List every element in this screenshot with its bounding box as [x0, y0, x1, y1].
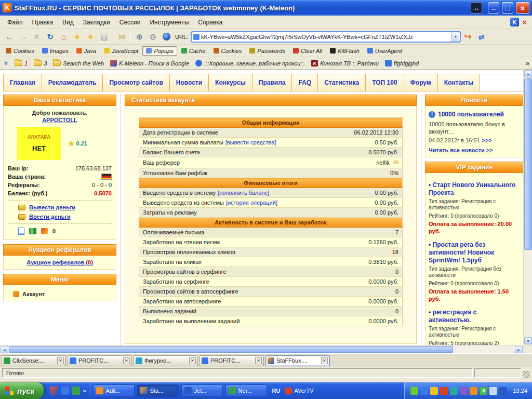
bookmarks-overflow-icon[interactable] — [526, 59, 529, 67]
bookmark-link[interactable]: .::Хорошие, свежие, рабочие прокси::. — [193, 59, 308, 68]
tray-icon[interactable] — [499, 387, 507, 395]
mail-referrer-icon[interactable] — [393, 159, 398, 166]
tab-staffbux[interactable]: StaFFbux.... — [265, 355, 330, 366]
username-link[interactable]: APPOCTOLL — [7, 117, 113, 123]
bookmark-link[interactable]: ffghfgjghd — [382, 59, 421, 68]
quick-launch-app-icon[interactable] — [72, 387, 80, 395]
maximize-button[interactable] — [502, 2, 513, 14]
close-icon[interactable] — [57, 357, 64, 364]
url-dropdown-icon[interactable] — [451, 32, 459, 42]
horizontal-scroll-thumb[interactable] — [9, 346, 453, 353]
tab-profitc-2[interactable]: PROFITC... — [200, 355, 264, 366]
close-icon[interactable] — [321, 357, 328, 364]
bookmark-folder[interactable]: Search the Web — [50, 59, 107, 68]
withdraw-funds-link[interactable]: [вывести средства] — [225, 139, 276, 145]
nav-statistics[interactable]: Статистика — [318, 74, 366, 91]
scroll-right-icon[interactable] — [515, 346, 523, 353]
language-indicator[interactable]: RU — [270, 388, 283, 394]
tray-icon[interactable] — [440, 387, 448, 395]
vip-task-link[interactable]: Простая рега без активности! Новичок Spr… — [429, 241, 494, 264]
translate-icon[interactable] — [475, 31, 488, 43]
taskbar-button-jet[interactable]: Jet... — [181, 384, 223, 397]
nav-rules[interactable]: Правила — [252, 74, 292, 91]
toggle-cache[interactable]: Cache — [178, 46, 209, 56]
close-tab-icon[interactable] — [520, 18, 529, 26]
menu-bookmarks[interactable]: Закладки — [79, 17, 114, 28]
quick-launch-overflow-icon[interactable] — [83, 388, 86, 394]
forward-button[interactable] — [17, 31, 30, 43]
withdraw-link[interactable]: Вывести деньги — [29, 204, 75, 210]
tab-clixsense[interactable]: ClixSense:... — [2, 355, 66, 366]
tab-profitc-1[interactable]: PROFITC... — [68, 355, 132, 366]
toggle-popups[interactable]: Popups — [142, 46, 177, 56]
minimize-button[interactable] — [488, 2, 499, 14]
gifts-icon[interactable] — [41, 228, 48, 234]
close-button[interactable] — [516, 2, 529, 14]
quick-launch-kmeleon-icon[interactable] — [50, 387, 58, 395]
quick-launch-browser-icon[interactable] — [61, 387, 69, 395]
documents-icon[interactable] — [18, 228, 24, 235]
vip-task-link[interactable]: регистрация с активностью. — [429, 309, 476, 324]
scroll-down-icon[interactable] — [524, 337, 532, 344]
auction-link[interactable]: Аукцион рефералов (0) — [26, 259, 93, 265]
deposit-link[interactable]: Ввести деньги — [29, 214, 71, 220]
bookmark-link[interactable]: KКинозал.ТВ :: Раздачи — [309, 59, 381, 68]
toggle-killflash[interactable]: KillFlash — [326, 46, 363, 56]
close-icon[interactable] — [123, 357, 130, 364]
toggle-images[interactable]: Images — [38, 46, 72, 56]
vertical-scroll-thumb[interactable] — [524, 78, 532, 250]
tray-icon[interactable] — [410, 387, 418, 395]
news-more-link[interactable]: >>> — [482, 137, 492, 143]
taskbar-button-adit[interactable]: Adit... — [93, 384, 135, 397]
start-button[interactable]: пуск — [0, 382, 44, 399]
top-up-balance-link[interactable]: [пополнить баланс] — [218, 190, 269, 196]
horizontal-scrollbar[interactable] — [0, 345, 523, 353]
nav-advertiser[interactable]: Рекламодатель — [42, 74, 103, 91]
nav-contests[interactable]: Конкурсы — [209, 74, 252, 91]
tray-icon[interactable] — [430, 387, 438, 395]
menu-file[interactable]: Файл — [3, 17, 27, 28]
news-item-title[interactable]: 10000 пользователей — [438, 111, 504, 118]
nav-faq[interactable]: FAQ — [292, 74, 318, 91]
tab-figurno[interactable]: Фигурно... — [134, 355, 198, 366]
home-button[interactable] — [57, 31, 70, 43]
globe-icon[interactable] — [160, 31, 173, 43]
avertv-tray-item[interactable]: AVerTV — [285, 388, 313, 394]
vertical-scrollbar[interactable] — [523, 70, 532, 345]
nav-news[interactable]: Новости — [170, 74, 209, 91]
go-button[interactable] — [461, 31, 474, 43]
scroll-left-icon[interactable] — [1, 346, 8, 353]
toggle-javascript[interactable]: JavaScript — [100, 46, 142, 56]
nav-forum[interactable]: Форум — [404, 74, 438, 91]
menu-tools[interactable]: Инструменты — [145, 17, 193, 28]
zoom-in-icon[interactable] — [133, 31, 146, 43]
close-icon[interactable] — [189, 357, 196, 364]
menu-sessions[interactable]: Сессии — [115, 17, 145, 28]
menu-edit[interactable]: Правка — [28, 17, 58, 28]
bookmark-link[interactable]: K-Meleon - Поиск в Google — [108, 59, 192, 68]
toggle-java[interactable]: Java — [73, 46, 100, 56]
clear-all[interactable]: Clear All — [289, 46, 326, 56]
resize-grip[interactable] — [523, 371, 530, 378]
all-news-link[interactable]: Читать все новости >> — [429, 147, 493, 153]
bookmark-folder[interactable]: 3 — [31, 59, 49, 68]
tray-icon[interactable] — [460, 387, 468, 395]
vip-task-link[interactable]: Старт Нового Уникального Проекта — [429, 181, 515, 196]
bookmark-folder[interactable]: 1 — [12, 59, 30, 68]
stop-button[interactable] — [30, 31, 43, 43]
bookmark-icon[interactable] — [71, 31, 84, 43]
tray-icon[interactable] — [420, 387, 428, 395]
nav-home[interactable]: Главная — [4, 74, 42, 91]
nav-contacts[interactable]: Контакты — [438, 74, 481, 91]
stats-chart-icon[interactable] — [29, 228, 36, 234]
scroll-up-icon[interactable] — [524, 70, 532, 77]
tray-icon[interactable] — [470, 387, 477, 395]
sidebar-item-account[interactable]: Аккаунт — [7, 289, 113, 297]
clear-passwords[interactable]: Passwords — [246, 46, 289, 56]
toggle-useragent[interactable]: UserAgent — [364, 46, 406, 56]
tray-icon[interactable] — [450, 387, 458, 395]
tray-money-icon[interactable] — [480, 387, 487, 395]
url-input[interactable] — [201, 34, 451, 40]
close-icon[interactable] — [255, 357, 262, 364]
back-button[interactable] — [3, 31, 16, 43]
